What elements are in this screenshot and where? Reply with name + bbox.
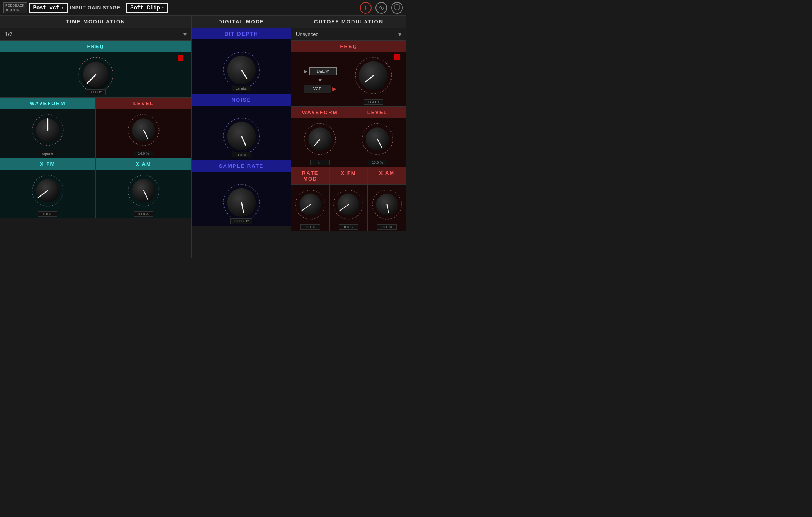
time-mod-xam-knob[interactable] <box>126 173 161 210</box>
time-mod-level-value: 14.0 % <box>134 151 153 156</box>
routing-diagram: ▶ DELAY ▼ VCF ▶ <box>304 67 337 93</box>
input-gain-label: INPUT GAIN STAGE : <box>70 5 124 11</box>
cutoff-mod-level-knob[interactable] <box>360 122 395 158</box>
cutoff-mod-xfm-knob-cell: 0.0 % <box>330 185 368 231</box>
cutoff-mod-bottom-knobs: 0.0 % <box>291 185 406 231</box>
info-icon[interactable]: ⓘ <box>391 2 403 14</box>
cutoff-mod-xfm-knob[interactable] <box>332 188 365 223</box>
vcf-box: VCF <box>304 85 331 93</box>
cutoff-mod-ratemod-knob-cell: 0.0 % <box>291 185 330 231</box>
cutoff-mod-level-header: LEVEL <box>349 107 406 118</box>
digital-mode-samplerate-area: 48000 Hz <box>192 172 291 226</box>
cutoff-mod-xam-knob[interactable] <box>370 188 404 223</box>
cutoff-mod-ratemod-knob[interactable] <box>294 188 327 223</box>
top-bar: FEEDBACK ROUTING : Post vcf ▾ INPUT GAIN… <box>0 0 406 16</box>
time-mod-dropdown-row[interactable]: 1/2 ▾ <box>0 28 191 41</box>
time-mod-waveform-knob-cell: square <box>0 109 96 158</box>
digital-mode-bitdepth-header: BIT DEPTH <box>192 28 291 39</box>
cutoff-mod-freq-header: FREQ <box>291 41 406 52</box>
cutoff-freq-led <box>394 54 400 60</box>
cutoff-mod-title: CUTOFF MODULATION <box>291 16 406 28</box>
time-mod-xam-header: X AM <box>96 158 192 170</box>
cutoff-mod-xam-knob-cell: 59.0 % <box>368 185 406 231</box>
wave-icon[interactable]: ∿ <box>375 2 387 14</box>
digital-mode-panel: DIGITAL MODE BIT DEPTH 16 <box>192 16 291 258</box>
freq-led <box>178 55 183 61</box>
cutoff-mod-xfm-header: X FM <box>330 167 368 184</box>
time-mod-xam-knob-cell: 43.0 % <box>96 170 192 218</box>
time-mod-level-knob[interactable] <box>126 113 161 149</box>
cutoff-mod-level-value: 10.0 % <box>368 160 387 165</box>
time-mod-level-knob-cell: 14.0 % <box>96 109 192 158</box>
time-mod-xfm-header: X FM <box>0 158 96 170</box>
time-mod-xfm-value: 0.0 % <box>38 211 57 217</box>
time-mod-freq-header: FREQ <box>0 41 191 52</box>
time-mod-freq-knob-area: 0.41 Hz <box>0 52 191 98</box>
feedback-routing-label: FEEDBACK ROUTING : <box>3 2 27 13</box>
digital-mode-noise-value: 0.0 % <box>232 152 251 157</box>
cutoff-mod-bottom-headers: RATE MOD X FM X AM <box>291 167 406 185</box>
cutoff-mod-level-knob-cell: 10.0 % <box>349 118 406 167</box>
digital-mode-noise-area: 0.0 % <box>192 106 291 160</box>
time-mod-waveform-header: WAVEFORM <box>0 98 96 109</box>
digital-mode-samplerate-value: 48000 Hz <box>230 218 253 224</box>
cutoff-mod-waveform-header: WAVEFORM <box>291 107 349 118</box>
top-icons: ⬇ ∿ ⓘ <box>360 2 403 14</box>
cutoff-mod-freq-knob[interactable] <box>353 55 394 98</box>
digital-mode-noise-header: NOISE <box>192 94 291 106</box>
digital-mode-title: DIGITAL MODE <box>192 16 291 28</box>
cutoff-mod-waveform-knob[interactable] <box>302 122 338 158</box>
cutoff-mod-wl-headers: WAVEFORM LEVEL <box>291 107 406 118</box>
time-mod-wl-knobs: square <box>0 109 191 158</box>
time-mod-xam-value: 43.0 % <box>134 211 153 217</box>
cutoff-mod-ratemod-value: 0.0 % <box>300 224 320 230</box>
time-mod-wl-headers: WAVEFORM LEVEL <box>0 98 191 109</box>
time-mod-xfm-knob-cell: 0.0 % <box>0 170 96 218</box>
cutoff-mod-freq-knob-cell: 1.84 Hz <box>353 55 394 105</box>
digital-mode-bitdepth-value: 16 Bits <box>232 86 251 91</box>
time-mod-title: TIME MODULATION <box>0 16 191 28</box>
digital-mode-samplerate-header: SAMPLE RATE <box>192 160 291 172</box>
time-mod-waveform-value: square <box>38 151 57 156</box>
soft-clip-dropdown[interactable]: Soft Clip ▾ <box>126 3 168 13</box>
cutoff-mod-wl-knobs: tri <box>291 118 406 167</box>
cutoff-mod-xam-header: X AM <box>368 167 406 184</box>
time-mod-xfm-xa-headers: X FM X AM <box>0 158 191 170</box>
post-vcf-dropdown[interactable]: Post vcf ▾ <box>29 3 68 13</box>
delay-box: DELAY <box>309 67 337 75</box>
time-mod-freq-value: 0.41 Hz <box>86 89 106 95</box>
time-mod-xfm-knob[interactable] <box>30 173 65 210</box>
cutoff-mod-waveform-value: tri <box>310 160 330 165</box>
cutoff-mod-xam-value: 59.0 % <box>377 224 397 230</box>
cutoff-mod-dropdown-row[interactable]: Unsynced ▾ <box>291 28 406 41</box>
time-modulation-panel: TIME MODULATION 1/2 ▾ FREQ <box>0 16 192 258</box>
time-mod-level-header: LEVEL <box>96 98 192 109</box>
time-mod-xfm-xam-knobs: 0.0 % <box>0 170 191 218</box>
cutoff-mod-xfm-value: 0.0 % <box>339 224 358 230</box>
main-content: TIME MODULATION 1/2 ▾ FREQ <box>0 16 406 258</box>
cutoff-mod-waveform-knob-cell: tri <box>291 118 349 167</box>
cutoff-modulation-panel: CUTOFF MODULATION Unsynced ▾ FREQ ▶ DELA… <box>291 16 406 258</box>
digital-mode-bitdepth-area: 16 Bits <box>192 39 291 94</box>
cutoff-mod-freq-value: 1.84 Hz <box>364 99 383 105</box>
cutoff-mod-freq-area: ▶ DELAY ▼ VCF ▶ <box>291 52 406 107</box>
cutoff-mod-ratemod-header: RATE MOD <box>291 167 330 184</box>
time-mod-waveform-knob[interactable] <box>30 113 65 149</box>
download-icon[interactable]: ⬇ <box>360 2 372 14</box>
